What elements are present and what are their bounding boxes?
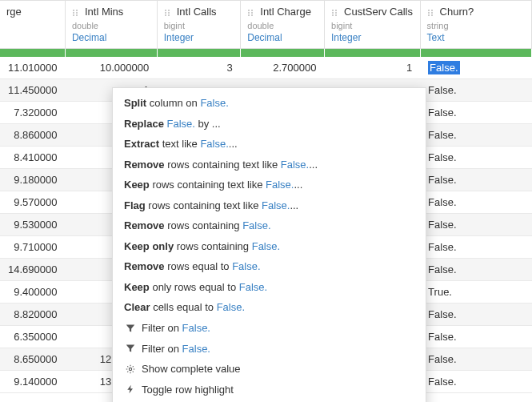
schema-type-link[interactable]: Decimal (72, 32, 106, 43)
svg-point-2 (73, 12, 74, 14)
svg-point-28 (428, 14, 430, 16)
bolt-icon (124, 384, 137, 394)
table-cell[interactable]: False. (420, 371, 531, 393)
context-menu-item[interactable]: Toggle row highlight (113, 380, 426, 400)
svg-point-7 (168, 10, 170, 11)
svg-point-20 (332, 12, 334, 14)
table-cell[interactable]: 3 (157, 57, 241, 79)
context-menu-item[interactable]: Remove rows containing False. (113, 215, 426, 236)
column-header[interactable]: CustServ Calls (325, 1, 421, 22)
table-cell[interactable]: False. (420, 259, 531, 281)
schema-type-link[interactable]: Decimal (247, 32, 282, 43)
table-cell[interactable]: False. (420, 304, 531, 326)
svg-point-23 (335, 14, 337, 16)
table-cell[interactable]: False. (420, 79, 531, 102)
table-type-row: double bigint double bigint string (0, 21, 532, 32)
table-cell[interactable]: False. (420, 326, 531, 348)
schema-type-link[interactable]: Integer (331, 32, 361, 43)
table-cell[interactable]: 9.570000 (0, 191, 65, 214)
context-menu-item[interactable]: Filter on False. (113, 318, 426, 339)
context-menu-item[interactable]: Flag rows containing text like False.... (113, 195, 426, 216)
context-menu-item[interactable]: Clear cells equal to False. (113, 297, 426, 318)
table-cell[interactable]: False. (420, 57, 531, 79)
context-menu-item[interactable]: Filter on False. (113, 339, 426, 360)
table-cell[interactable]: False. (420, 124, 531, 147)
table-cell[interactable]: 11.010000 (0, 57, 65, 79)
table-schema-row: Decimal Integer Decimal Integer Text (0, 32, 532, 49)
table-cell[interactable]: 8.410000 (0, 147, 65, 169)
table-cell[interactable]: 9.710000 (0, 236, 65, 259)
context-menu-item[interactable]: Replace False. by ... (113, 114, 426, 135)
context-menu-item[interactable]: Extract text like False.... (113, 134, 426, 155)
drag-handle-icon[interactable] (331, 9, 339, 17)
schema-type-link[interactable]: Text (427, 32, 445, 43)
table-cell[interactable]: 9.140000 (0, 371, 65, 393)
svg-point-29 (431, 14, 433, 16)
svg-point-12 (248, 10, 250, 11)
drag-handle-icon[interactable] (72, 9, 80, 17)
selected-cell-value[interactable]: False. (428, 61, 459, 74)
drag-handle-icon[interactable] (164, 9, 172, 17)
table-cell[interactable]: 1 (325, 57, 421, 79)
svg-point-16 (248, 14, 250, 16)
context-menu-item[interactable]: Keep rows containing text like False.... (113, 175, 426, 195)
context-menu-item[interactable]: Keep only rows equal to False. (113, 277, 426, 298)
table-header-row: rge Intl Mins Intl Calls Intl Charge Cus… (0, 1, 532, 22)
table-cell[interactable]: 11.450000 (0, 79, 65, 102)
drag-handle-icon[interactable] (247, 9, 255, 17)
table-cell[interactable]: False. (420, 191, 531, 214)
cell-context-menu[interactable]: Split column on False.Replace False. by … (112, 87, 426, 402)
svg-point-1 (76, 10, 78, 11)
context-menu-item[interactable]: Show complete value (113, 359, 426, 380)
svg-point-13 (251, 10, 253, 11)
column-header[interactable]: Churn? (420, 1, 531, 22)
column-header[interactable]: Intl Calls (157, 1, 241, 22)
table-cell[interactable]: 8.650000 (0, 348, 65, 371)
context-menu-item[interactable]: Keep only rows containing False. (113, 236, 426, 257)
svg-point-15 (251, 12, 253, 14)
table-cell[interactable]: False. (420, 102, 531, 124)
table-cell[interactable]: 10.000000 (65, 57, 157, 79)
table-cell[interactable]: 6.350000 (0, 326, 65, 348)
svg-point-9 (168, 12, 170, 14)
svg-point-19 (335, 10, 337, 11)
drag-handle-icon[interactable] (427, 9, 435, 17)
table-cell[interactable]: 9.400000 (0, 281, 65, 304)
svg-point-0 (73, 10, 74, 11)
svg-point-21 (335, 12, 337, 14)
svg-point-25 (431, 10, 433, 11)
table-cell[interactable]: 8.860000 (0, 124, 65, 147)
table-cell[interactable]: True. (420, 281, 531, 304)
svg-point-11 (168, 14, 170, 16)
svg-point-6 (165, 10, 166, 11)
table-cell[interactable]: 14.690000 (0, 259, 65, 281)
gear-icon (124, 364, 137, 374)
svg-point-10 (165, 14, 166, 16)
table-cell[interactable]: False. (420, 348, 531, 371)
column-header[interactable]: Intl Mins (65, 1, 157, 22)
context-menu-item[interactable]: Remove rows containing text like False..… (113, 155, 426, 175)
table-row[interactable]: 11.01000010.00000032.7000001False. (0, 57, 532, 79)
column-header[interactable]: rge (0, 1, 65, 22)
svg-point-17 (251, 14, 253, 16)
svg-point-4 (73, 14, 74, 16)
svg-point-30 (129, 368, 131, 370)
table-cell[interactable]: False. (420, 169, 531, 191)
table-cell[interactable]: False. (420, 147, 531, 169)
svg-point-14 (248, 12, 250, 14)
svg-point-27 (431, 12, 433, 14)
table-cell[interactable]: 8.820000 (0, 304, 65, 326)
column-header[interactable]: Intl Charge (241, 1, 325, 22)
svg-point-26 (428, 12, 430, 14)
table-cell[interactable]: 9.180000 (0, 169, 65, 191)
table-cell[interactable]: 7.320000 (0, 102, 65, 124)
context-menu-item[interactable]: Split column on False. (113, 93, 426, 114)
table-cell[interactable]: False. (420, 214, 531, 236)
svg-point-8 (165, 12, 166, 14)
schema-type-link[interactable]: Integer (164, 32, 194, 43)
table-cell[interactable]: False. (420, 236, 531, 259)
filter-icon (124, 324, 137, 333)
table-cell[interactable]: 9.530000 (0, 214, 65, 236)
context-menu-item[interactable]: Remove rows equal to False. (113, 256, 426, 277)
table-cell[interactable]: 2.700000 (241, 57, 325, 79)
